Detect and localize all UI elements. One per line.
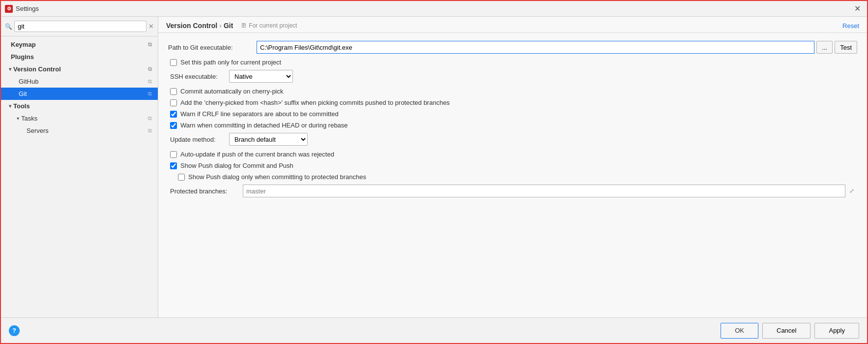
arrow-icon: ▾ bbox=[17, 116, 19, 121]
main-content: Version Control › Git 🖹 For current proj… bbox=[158, 17, 867, 317]
sidebar-item-label: Tools bbox=[13, 102, 30, 110]
sidebar-item-label: Servers bbox=[27, 127, 49, 134]
set-path-checkbox[interactable] bbox=[170, 59, 177, 66]
copy-icon: ⧉ bbox=[148, 91, 152, 97]
crlf-label-text: Warn if CRLF line separators are about t… bbox=[180, 110, 339, 118]
main-header: Version Control › Git 🖹 For current proj… bbox=[158, 17, 867, 33]
title-bar: ⚙ Settings ✕ bbox=[1, 1, 867, 17]
sidebar-item-keymap[interactable]: Keymap ⧉ bbox=[1, 38, 158, 51]
for-current-project: 🖹 For current project bbox=[241, 22, 297, 29]
copy-icon: ⧉ bbox=[148, 78, 152, 85]
sidebar-item-version-control[interactable]: ▾ Version Control ⧉ bbox=[1, 63, 158, 75]
push-dialog-row: Show Push dialog for Commit and Push bbox=[170, 162, 857, 169]
cherry-suffix-checkbox[interactable] bbox=[170, 99, 177, 106]
reset-button[interactable]: Reset bbox=[842, 22, 859, 30]
ssh-label: SSH executable: bbox=[170, 73, 229, 80]
sidebar-item-label: GitHub bbox=[19, 78, 38, 85]
sidebar-item-git[interactable]: Git ⧉ bbox=[1, 88, 158, 100]
app-icon: ⚙ bbox=[5, 5, 13, 13]
sidebar-item-label: Plugins bbox=[11, 53, 34, 61]
close-button[interactable]: ✕ bbox=[851, 3, 863, 15]
copy-icon: ⧉ bbox=[148, 41, 152, 48]
sidebar-item-tasks[interactable]: ▾ Tasks ⧉ bbox=[1, 112, 158, 125]
sidebar-item-tools[interactable]: ▾ Tools bbox=[1, 100, 158, 112]
autoupdate-checkbox[interactable] bbox=[170, 151, 177, 158]
sidebar-item-label: Keymap bbox=[11, 41, 36, 48]
set-path-row: Set this path only for current project bbox=[170, 59, 857, 66]
dialog-footer: ? OK Cancel Apply bbox=[1, 317, 867, 343]
autoupdate-row: Auto-update if push of the current branc… bbox=[170, 151, 857, 158]
git-path-label: Path to Git executable: bbox=[168, 44, 257, 51]
cherry-pick-auto-row: Commit automatically on cherry-pick bbox=[170, 88, 857, 95]
cancel-button[interactable]: Cancel bbox=[762, 323, 810, 339]
apply-button[interactable]: Apply bbox=[814, 323, 859, 339]
push-protected-row: Show Push dialog only when committing to… bbox=[178, 173, 857, 181]
push-protected-checkbox[interactable] bbox=[178, 174, 185, 181]
ssh-select[interactable]: Native Built-in bbox=[229, 70, 293, 83]
ssh-row: SSH executable: Native Built-in bbox=[170, 70, 857, 83]
cherry-pick-auto-checkbox[interactable] bbox=[170, 88, 177, 95]
search-icon: 🔍 bbox=[5, 23, 12, 30]
protected-branches-label: Protected branches: bbox=[170, 188, 243, 195]
detached-checkbox[interactable] bbox=[170, 122, 177, 129]
search-bar: 🔍 ✕ bbox=[1, 17, 158, 36]
sidebar: 🔍 ✕ Keymap ⧉ Plugins ▾ V bbox=[1, 17, 158, 317]
set-path-label: Set this path only for current project bbox=[180, 59, 281, 66]
settings-dialog: ⚙ Settings ✕ 🔍 ✕ Keymap ⧉ Plugi bbox=[0, 0, 868, 344]
dialog-title: Settings bbox=[16, 5, 851, 12]
search-clear-button[interactable]: ✕ bbox=[148, 23, 154, 30]
nav-tree: Keymap ⧉ Plugins ▾ Version Control ⧉ bbox=[1, 36, 158, 317]
sidebar-item-github[interactable]: GitHub ⧉ bbox=[1, 75, 158, 88]
git-path-row: Path to Git executable: ... Test bbox=[168, 41, 857, 54]
settings-panel: Path to Git executable: ... Test Set thi… bbox=[158, 33, 867, 317]
project-icon: 🖹 bbox=[241, 22, 247, 29]
push-dialog-checkbox[interactable] bbox=[170, 162, 177, 169]
copy-icon: ⧉ bbox=[148, 127, 152, 134]
update-method-row: Update method: Branch default Merge Reba… bbox=[170, 133, 857, 146]
ok-button[interactable]: OK bbox=[721, 323, 758, 339]
sidebar-item-servers[interactable]: Servers ⧉ bbox=[1, 125, 158, 137]
copy-icon: ⧉ bbox=[148, 115, 152, 122]
browse-button[interactable]: ... bbox=[816, 41, 833, 54]
crlf-checkbox[interactable] bbox=[170, 111, 177, 118]
update-method-label: Update method: bbox=[170, 136, 229, 143]
update-method-select[interactable]: Branch default Merge Rebase bbox=[229, 133, 308, 146]
push-dialog-label: Show Push dialog for Commit and Push bbox=[180, 162, 293, 169]
cherry-pick-auto-label: Commit automatically on cherry-pick bbox=[180, 88, 284, 95]
detached-row: Warn when committing in detached HEAD or… bbox=[170, 122, 857, 129]
test-button[interactable]: Test bbox=[835, 41, 857, 54]
git-path-input[interactable] bbox=[257, 41, 814, 54]
crlf-label: Warn if CRLF line separators are about t… bbox=[180, 110, 339, 118]
autoupdate-label: Auto-update if push of the current branc… bbox=[180, 151, 334, 158]
detached-label: Warn when committing in detached HEAD or… bbox=[180, 122, 348, 129]
cherry-suffix-row: Add the 'cherry-picked from <hash>' suff… bbox=[170, 99, 857, 106]
sidebar-item-label: Git bbox=[19, 90, 27, 97]
crlf-row: Warn if CRLF line separators are about t… bbox=[170, 110, 857, 118]
sidebar-item-plugins[interactable]: Plugins bbox=[1, 51, 158, 63]
copy-icon: ⧉ bbox=[148, 66, 152, 72]
search-input[interactable] bbox=[14, 21, 146, 32]
cherry-suffix-label: Add the 'cherry-picked from <hash>' suff… bbox=[180, 99, 450, 106]
help-button[interactable]: ? bbox=[9, 325, 20, 336]
sidebar-item-label: Version Control bbox=[13, 65, 61, 73]
arrow-icon: ▾ bbox=[9, 103, 11, 109]
arrow-icon: ▾ bbox=[9, 66, 11, 72]
breadcrumb: Version Control › Git bbox=[166, 22, 233, 30]
expand-button[interactable]: ⤢ bbox=[846, 186, 857, 196]
breadcrumb-separator: › bbox=[219, 22, 222, 30]
sidebar-item-label: Tasks bbox=[21, 115, 37, 122]
protected-branches-input[interactable] bbox=[243, 185, 845, 197]
protected-branches-row: Protected branches: ⤢ bbox=[170, 185, 857, 197]
push-protected-label: Show Push dialog only when committing to… bbox=[188, 173, 366, 181]
dialog-body: 🔍 ✕ Keymap ⧉ Plugins ▾ V bbox=[1, 17, 867, 317]
breadcrumb-parent: Version Control bbox=[166, 22, 217, 30]
breadcrumb-current: Git bbox=[224, 22, 233, 30]
for-project-label: For current project bbox=[249, 22, 297, 29]
